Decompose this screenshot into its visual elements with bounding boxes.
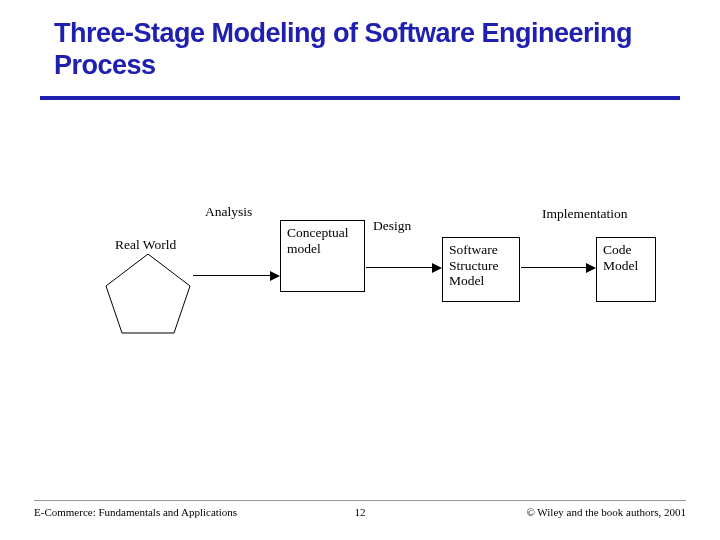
footer-right: © Wiley and the book authors, 2001	[526, 506, 686, 518]
software-structure-model-text: Software Structure Model	[449, 242, 499, 288]
stage-label-analysis: Analysis	[205, 204, 252, 220]
svg-marker-0	[106, 254, 190, 333]
arrow-implementation-line	[521, 267, 586, 268]
footer-rule	[34, 500, 686, 501]
arrow-design-line	[366, 267, 432, 268]
arrow-analysis-line	[193, 275, 270, 276]
arrow-design-head	[432, 263, 442, 273]
diagram-area: Analysis Design Implementation Real Worl…	[0, 0, 720, 540]
software-structure-model-box: Software Structure Model	[442, 237, 520, 302]
real-world-label: Real World	[115, 237, 176, 253]
stage-label-design: Design	[373, 218, 411, 234]
conceptual-model-box: Conceptual model	[280, 220, 365, 292]
conceptual-model-text: Conceptual model	[287, 225, 348, 256]
arrow-implementation-head	[586, 263, 596, 273]
stage-label-implementation: Implementation	[542, 206, 627, 222]
code-model-text: Code Model	[603, 242, 638, 273]
code-model-box: Code Model	[596, 237, 656, 302]
real-world-pentagon	[104, 253, 192, 335]
arrow-analysis-head	[270, 271, 280, 281]
